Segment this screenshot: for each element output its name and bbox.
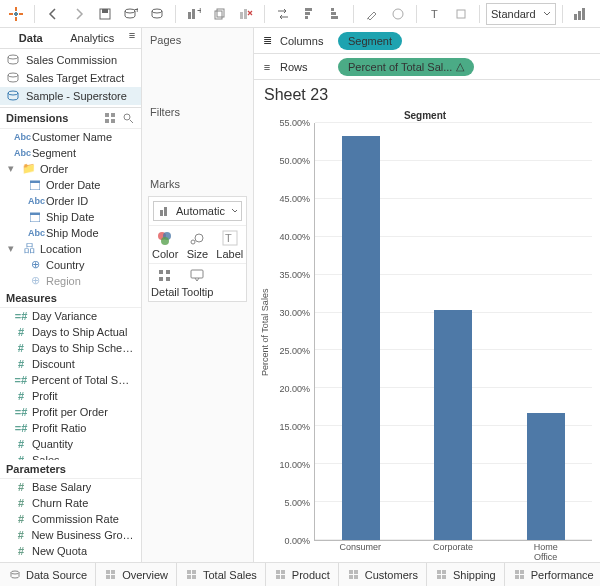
field-ship-mode[interactable]: AbcShip Mode xyxy=(0,225,141,241)
save-button[interactable] xyxy=(93,3,117,25)
field-measure[interactable]: #Days to Ship Actual xyxy=(0,324,141,340)
show-me-button[interactable] xyxy=(569,3,593,25)
field-parameter[interactable]: #Commission Rate xyxy=(0,511,141,527)
field-measure[interactable]: =#Profit per Order xyxy=(0,404,141,420)
marks-detail-button[interactable]: Detail xyxy=(149,263,181,301)
highlight-button[interactable] xyxy=(360,3,384,25)
marks-tooltip-button[interactable]: Tooltip xyxy=(181,263,213,301)
search-icon[interactable] xyxy=(121,111,135,125)
y-tick-label: 50.00% xyxy=(279,156,310,166)
clear-sheet-button[interactable] xyxy=(234,3,258,25)
y-tick-label: 20.00% xyxy=(279,384,310,394)
data-source-item[interactable]: Sample - Superstore xyxy=(0,87,141,105)
svg-rect-63 xyxy=(192,575,196,579)
format-button[interactable] xyxy=(449,3,473,25)
pane-options-icon[interactable]: ≡ xyxy=(123,28,141,42)
sheet-tab[interactable]: Product xyxy=(266,563,339,587)
new-worksheet-button[interactable]: + xyxy=(182,3,206,25)
field-order-date[interactable]: Order Date xyxy=(0,177,141,193)
folder-location[interactable]: ▾品Location xyxy=(0,241,141,257)
field-measure[interactable]: #Days to Ship Sched... xyxy=(0,340,141,356)
pause-auto-updates-button[interactable] xyxy=(145,3,169,25)
filters-shelf[interactable] xyxy=(148,124,247,164)
field-order-id[interactable]: AbcOrder ID xyxy=(0,193,141,209)
svg-rect-16 xyxy=(240,12,243,19)
field-region[interactable]: ⊕Region xyxy=(0,273,141,289)
bar[interactable] xyxy=(527,413,565,540)
field-parameter[interactable]: #New Quota xyxy=(0,543,141,559)
svg-rect-34 xyxy=(105,119,109,123)
sort-desc-button[interactable] xyxy=(323,3,347,25)
field-measure[interactable]: #Quantity xyxy=(0,436,141,452)
pages-shelf[interactable] xyxy=(148,52,247,92)
svg-rect-11 xyxy=(188,12,191,19)
forward-button[interactable] xyxy=(67,3,91,25)
bar[interactable] xyxy=(342,136,380,540)
sheet-tab[interactable]: Performance xyxy=(505,563,600,587)
field-measure[interactable]: #Discount xyxy=(0,356,141,372)
svg-rect-60 xyxy=(187,570,191,574)
y-tick-label: 5.00% xyxy=(284,498,310,508)
rows-pill[interactable]: Percent of Total Sal...△ xyxy=(338,58,474,76)
data-source-item[interactable]: Sales Commission xyxy=(0,51,141,69)
sheet-tab[interactable]: Overview xyxy=(96,563,177,587)
folder-open-icon: ▾ xyxy=(4,242,18,255)
sheet-tab[interactable]: Customers xyxy=(339,563,427,587)
folder-order[interactable]: ▾📁Order xyxy=(0,161,141,177)
duplicate-sheet-button[interactable] xyxy=(208,3,232,25)
svg-rect-28 xyxy=(582,8,585,20)
field-measure[interactable]: #Sales xyxy=(0,452,141,460)
field-country[interactable]: ⊕Country xyxy=(0,257,141,273)
svg-rect-71 xyxy=(354,575,358,579)
field-measure[interactable]: #Profit xyxy=(0,388,141,404)
svg-rect-17 xyxy=(244,9,247,19)
back-button[interactable] xyxy=(41,3,65,25)
string-type-icon: Abc xyxy=(14,132,28,142)
sheet-tab[interactable]: Total Sales xyxy=(177,563,266,587)
rows-shelf[interactable]: ≡Rows Percent of Total Sal...△ xyxy=(254,54,600,80)
group-button[interactable] xyxy=(386,3,410,25)
string-type-icon: Abc xyxy=(28,196,42,206)
sort-asc-button[interactable] xyxy=(297,3,321,25)
field-parameter[interactable]: #Base Salary xyxy=(0,479,141,495)
folder-open-icon: ▾ xyxy=(4,162,18,175)
columns-shelf[interactable]: ≣Columns Segment xyxy=(254,28,600,54)
columns-pill[interactable]: Segment xyxy=(338,32,402,50)
field-measure[interactable]: =#Profit Ratio xyxy=(0,420,141,436)
tab-analytics[interactable]: Analytics xyxy=(62,28,124,48)
bar[interactable] xyxy=(434,310,472,540)
y-tick-label: 10.00% xyxy=(279,460,310,470)
chart-plot[interactable] xyxy=(314,123,592,541)
swap-axes-button[interactable] xyxy=(271,3,295,25)
svg-point-31 xyxy=(8,91,18,95)
number-type-icon: # xyxy=(14,497,28,509)
svg-rect-41 xyxy=(160,210,163,216)
marks-type-dropdown[interactable]: Automatic xyxy=(153,201,242,221)
field-parameter[interactable]: #Churn Rate xyxy=(0,495,141,511)
tab-data[interactable]: Data xyxy=(0,28,62,48)
svg-rect-15 xyxy=(217,9,224,17)
field-segment[interactable]: AbcSegment xyxy=(0,145,141,161)
sheet-title[interactable]: Sheet 23 xyxy=(254,80,600,106)
labels-button[interactable]: T xyxy=(423,3,447,25)
marks-size-button[interactable]: Size xyxy=(181,225,213,263)
svg-rect-61 xyxy=(192,570,196,574)
field-measure[interactable]: =#Percent of Total Sales xyxy=(0,372,141,388)
svg-rect-35 xyxy=(111,119,115,123)
field-customer-name[interactable]: AbcCustomer Name xyxy=(0,129,141,145)
svg-rect-76 xyxy=(515,570,519,574)
fit-dropdown[interactable]: Standard xyxy=(486,3,556,25)
svg-text:+: + xyxy=(197,8,201,16)
svg-rect-53 xyxy=(166,277,170,281)
sheet-tab[interactable]: Shipping xyxy=(427,563,505,587)
marks-label-button[interactable]: TLabel xyxy=(214,225,246,263)
field-ship-date[interactable]: Ship Date xyxy=(0,209,141,225)
x-tick-label: Corporate xyxy=(407,541,500,562)
sheet-tab[interactable]: Data Source xyxy=(0,563,96,587)
view-as-icon[interactable] xyxy=(103,111,117,125)
field-measure[interactable]: =#Day Variance xyxy=(0,308,141,324)
marks-color-button[interactable]: Color xyxy=(149,225,181,263)
field-parameter[interactable]: #New Business Growth xyxy=(0,527,141,543)
data-source-item[interactable]: Sales Target Extract xyxy=(0,69,141,87)
new-data-source-button[interactable]: + xyxy=(119,3,143,25)
